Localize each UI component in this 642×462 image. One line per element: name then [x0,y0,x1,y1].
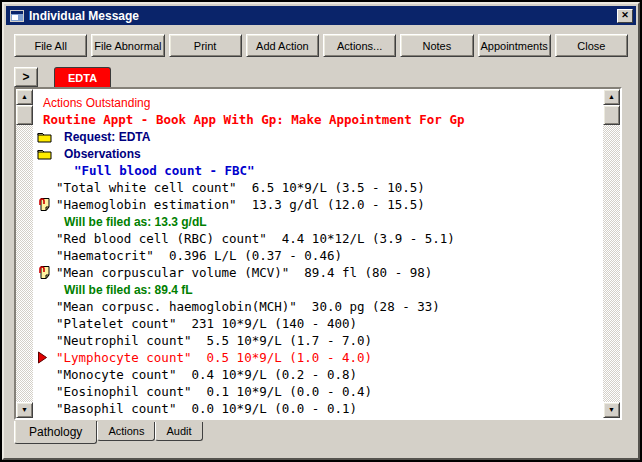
message-line[interactable]: Will be filed as: 13.3 g/dL [33,213,603,230]
note-icon [37,197,53,212]
scrollbar-thumb[interactable] [603,105,620,125]
message-line[interactable]: "Haematocrit" 0.396 L/L (0.37 - 0.46) [33,247,603,264]
scrollbar-track[interactable] [16,125,33,402]
message-line[interactable]: "Full blood count - FBC" [33,162,603,179]
message-line[interactable]: Will be filed as: 89.4 fL [33,281,603,298]
message-line[interactable]: "Total white cell count" 6.5 10*9/L (3.5… [33,179,603,196]
toolbar-button-actions[interactable]: Actions... [323,34,396,57]
toolbar-button-print[interactable]: Print [169,34,242,57]
message-line[interactable]: "Haemoglobin estimation" 13.3 g/dl (12.0… [33,196,603,213]
title-bar: Individual Message ✕ [6,6,636,25]
results-list: Actions Outstanding Routine Appt - Book … [33,89,603,418]
toolbar-button-file-all[interactable]: File All [14,34,87,57]
message-line[interactable]: Routine Appt - Book App With Gp: Make Ap… [33,111,603,128]
message-tab-strip: > EDTA [14,65,111,87]
scroll-up-icon[interactable]: ▲ [16,89,33,105]
message-line[interactable]: "Mean corpuscular volume (MCV)" 89.4 fl … [33,264,603,281]
bottom-tab-actions[interactable]: Actions [97,422,155,441]
expand-tabs-button[interactable]: > [14,67,38,87]
message-line[interactable]: "Neutrophil count" 5.5 10*9/L (1.7 - 7.0… [33,332,603,349]
message-line[interactable]: "Monocyte count" 0.4 10*9/L (0.2 - 0.8) [33,366,603,383]
message-line[interactable]: "Red blood cell (RBC) count" 4.4 10*12/L… [33,230,603,247]
toolbar-button-notes[interactable]: Notes [400,34,473,57]
individual-message-window: Individual Message ✕ File AllFile Abnorm… [2,2,640,460]
toolbar: File AllFile AbnormalPrintAdd ActionActi… [14,34,628,57]
message-line[interactable]: Actions Outstanding [33,94,603,111]
scroll-down-icon[interactable]: ▼ [16,402,33,418]
message-line[interactable]: Observations [33,145,603,162]
close-icon[interactable]: ✕ [617,9,633,23]
message-content-panel: ▲ ▼ Actions Outstanding Routine Appt - B… [14,87,622,420]
marker-icon [37,350,53,365]
message-line[interactable]: "Basophil count" 0.0 10*9/L (0.0 - 0.1) [33,400,603,417]
message-line[interactable]: "Mean corpusc. haemoglobin(MCH)" 30.0 pg… [33,298,603,315]
left-scrollbar[interactable]: ▲ ▼ [16,89,33,418]
message-line[interactable]: Request: EDTA [33,128,603,145]
folder-icon [37,129,53,144]
toolbar-button-close[interactable]: Close [555,34,628,57]
message-line[interactable]: "Lymphocyte count" 0.5 10*9/L (1.0 - 4.0… [33,349,603,366]
right-scrollbar[interactable]: ▲ ▼ [603,89,620,418]
window-icon [9,9,25,23]
folder-icon [37,146,53,161]
toolbar-button-file-abnormal[interactable]: File Abnormal [91,34,164,57]
scroll-up-icon[interactable]: ▲ [603,89,620,105]
scrollbar-track[interactable] [603,125,620,402]
screen: { "colors":{"titlebar":"#0a246a","dialog… [0,0,642,462]
scroll-down-icon[interactable]: ▼ [603,402,620,418]
tab-edta[interactable]: EDTA [54,67,111,87]
scrollbar-thumb[interactable] [16,105,33,125]
message-line[interactable]: "Platelet count" 231 10*9/L (140 - 400) [33,315,603,332]
toolbar-button-appointments[interactable]: Appointments [478,34,551,57]
window-title: Individual Message [29,9,139,23]
toolbar-button-add-action[interactable]: Add Action [246,34,319,57]
bottom-tab-pathology[interactable]: Pathology [14,421,97,444]
bottom-tab-strip: PathologyActionsAudit [14,421,203,446]
bottom-tab-audit[interactable]: Audit [155,422,202,441]
note-icon [37,265,53,280]
message-line[interactable]: "Eosinophil count" 0.1 10*9/L (0.0 - 0.4… [33,383,603,400]
